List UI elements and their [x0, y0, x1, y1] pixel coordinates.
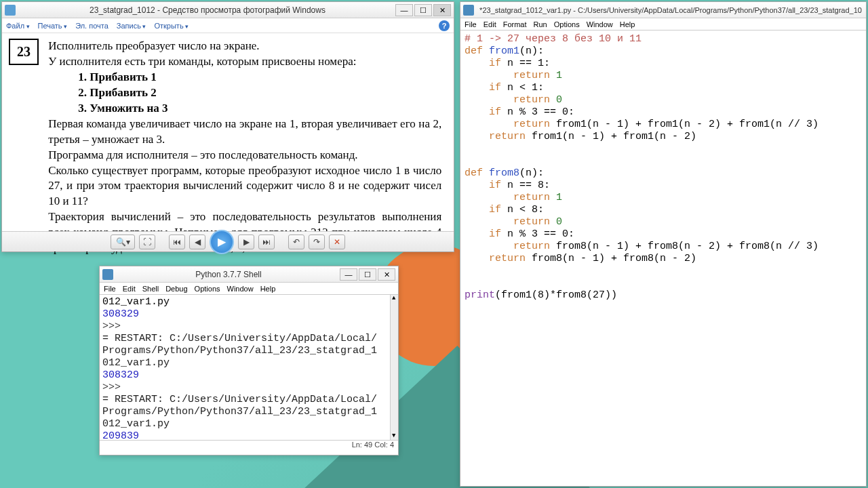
- prev-button[interactable]: ◀: [189, 235, 205, 249]
- shell-menu-debug[interactable]: Debug: [165, 285, 187, 293]
- menu-email[interactable]: Эл. почта: [75, 22, 108, 30]
- shell-result: 308329: [102, 369, 395, 382]
- task-p5: Сколько существует программ, которые пре…: [48, 163, 441, 210]
- photoviewer-menubar: Файл Печать Эл. почта Запись Открыть ?: [2, 18, 454, 33]
- ed-menu-run[interactable]: Run: [534, 20, 547, 28]
- shell-restart: 012_var1.py: [102, 357, 395, 369]
- editor-titlebar[interactable]: *23_statgrad_1012_var1.py - C:/Users/Uni…: [460, 2, 866, 18]
- shell-restart: = RESTART: C:/Users/University/AppData/L…: [102, 394, 395, 406]
- code-editor[interactable]: # 1 -> 27 через 8 без 10 и 11 def from1(…: [460, 30, 866, 304]
- task-p2: У исполнителя есть три команды, которым …: [48, 54, 441, 70]
- photoviewer-titlebar[interactable]: 23_statgrad_1012 - Средство просмотра фо…: [2, 2, 454, 18]
- editor-icon: [463, 5, 474, 16]
- python-icon: [102, 269, 113, 280]
- photo-viewer-window: 23_statgrad_1012 - Средство просмотра фо…: [1, 1, 454, 252]
- shell-restart: Programs/Python/Python37/all_23/23_statg…: [102, 406, 395, 418]
- task-p3: Первая команда увеличивает число на экра…: [48, 117, 441, 148]
- minimize-button[interactable]: —: [395, 4, 413, 16]
- rotate-right-button[interactable]: ↷: [309, 235, 325, 249]
- rotate-left-button[interactable]: ↶: [288, 235, 304, 249]
- menu-record[interactable]: Запись: [117, 22, 146, 30]
- shell-title: Python 3.7.7 Shell: [117, 270, 340, 279]
- shell-titlebar[interactable]: Python 3.7.7 Shell — ☐ ✕: [100, 266, 398, 283]
- shell-maximize[interactable]: ☐: [359, 268, 376, 281]
- editor-title: *23_statgrad_1012_var1.py - C:/Users/Uni…: [478, 6, 863, 14]
- shell-menu-window[interactable]: Window: [227, 285, 254, 293]
- shell-menu: File Edit Shell Debug Options Window Hel…: [100, 283, 398, 295]
- zoom-button[interactable]: 🔍▾: [111, 235, 135, 249]
- editor-window: *23_statgrad_1012_var1.py - C:/Users/Uni…: [460, 1, 867, 487]
- ed-menu-options[interactable]: Options: [554, 20, 580, 28]
- shell-prompt: >>>: [102, 321, 395, 333]
- maximize-button[interactable]: ☐: [414, 4, 432, 16]
- editor-menu: File Edit Format Run Options Window Help: [460, 18, 866, 30]
- next-button[interactable]: ▶: [238, 235, 254, 249]
- shell-menu-file[interactable]: File: [104, 285, 116, 293]
- scrollbar[interactable]: [390, 295, 398, 440]
- shell-result: 209839: [102, 430, 395, 440]
- cmd3: 3. Умножить на 3: [48, 101, 441, 117]
- slideshow-button[interactable]: ▶: [210, 230, 234, 254]
- shell-close[interactable]: ✕: [378, 268, 395, 281]
- window-controls: — ☐ ✕: [395, 4, 451, 16]
- ed-menu-window[interactable]: Window: [587, 20, 613, 28]
- photo-toolbar: 🔍▾ ⛶ ⏮ ◀ ▶ ▶ ⏭ ↶ ↷ ✕: [2, 231, 454, 251]
- shell-controls: — ☐ ✕: [340, 268, 395, 281]
- window-title: 23_statgrad_1012 - Средство просмотра фо…: [20, 5, 395, 15]
- comment: # 1 -> 27 через 8 без 10 и 11: [465, 33, 642, 45]
- shell-menu-shell[interactable]: Shell: [142, 285, 159, 293]
- first-button[interactable]: ⏮: [169, 235, 185, 249]
- menu-print[interactable]: Печать: [38, 22, 68, 30]
- help-icon[interactable]: ?: [439, 20, 450, 31]
- close-button[interactable]: ✕: [433, 4, 451, 16]
- shell-menu-help[interactable]: Help: [260, 285, 276, 293]
- cmd2: 2. Прибавить 2: [48, 85, 441, 101]
- shell-line: 012_var1.py: [102, 296, 395, 308]
- actual-size-button[interactable]: ⛶: [139, 235, 155, 249]
- task-p1: Исполнитель преобразует число на экране.: [48, 39, 441, 54]
- shell-menu-options[interactable]: Options: [195, 285, 220, 293]
- last-button[interactable]: ⏭: [258, 235, 275, 249]
- photo-content: 23 Исполнитель преобразует число на экра…: [2, 33, 454, 262]
- shell-result: 308329: [102, 308, 395, 321]
- menu-open[interactable]: Открыть: [154, 22, 189, 30]
- shell-restart: Programs/Python/Python37/all_23/23_statg…: [102, 345, 395, 357]
- ed-menu-format[interactable]: Format: [503, 20, 527, 28]
- delete-button[interactable]: ✕: [329, 235, 345, 249]
- shell-window: Python 3.7.7 Shell — ☐ ✕ File Edit Shell…: [99, 266, 399, 455]
- task-p4: Программа для исполнителя – это последов…: [48, 148, 441, 163]
- shell-restart: = RESTART: C:/Users/University/AppData/L…: [102, 333, 395, 345]
- shell-minimize[interactable]: —: [340, 268, 357, 281]
- shell-output[interactable]: 012_var1.py 308329 >>> = RESTART: C:/Use…: [100, 295, 398, 440]
- task-number: 23: [9, 39, 39, 65]
- shell-prompt: >>>: [102, 382, 395, 394]
- ed-menu-file[interactable]: File: [465, 20, 477, 28]
- task-body: Исполнитель преобразует число на экране.…: [48, 39, 441, 256]
- ed-menu-help[interactable]: Help: [620, 20, 635, 28]
- menu-file[interactable]: Файл: [6, 22, 30, 30]
- shell-restart: 012_var1.py: [102, 418, 395, 430]
- ed-menu-edit[interactable]: Edit: [484, 20, 496, 28]
- app-icon: [5, 5, 16, 16]
- shell-menu-edit[interactable]: Edit: [123, 285, 136, 293]
- shell-status: Ln: 49 Col: 4: [100, 440, 398, 451]
- cmd1: 1. Прибавить 1: [48, 70, 441, 85]
